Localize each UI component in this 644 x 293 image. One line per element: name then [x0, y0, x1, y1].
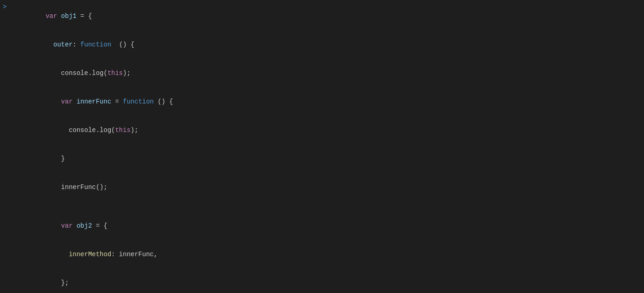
console-container: > var obj1 = { outer: function () { cons…	[0, 0, 644, 293]
params: () {	[111, 41, 134, 48]
punct: );	[123, 69, 131, 77]
keyword-this: this	[115, 126, 131, 134]
keyword-var: var	[61, 98, 77, 105]
code-line-6: }	[0, 144, 644, 173]
code-line-2: outer: function () {	[0, 30, 644, 59]
prop-outer: outer	[53, 41, 73, 48]
code-line-3: console.log(this);	[0, 59, 644, 87]
var-innerfunc: innerFunc	[76, 98, 111, 105]
keyword-var: var	[61, 222, 77, 230]
keyword-function: function	[123, 98, 154, 105]
punct: );	[131, 126, 138, 134]
indent	[46, 251, 68, 258]
keyword-this: this	[108, 69, 123, 77]
indent	[46, 222, 61, 230]
line-content: console.log(this);	[13, 59, 644, 87]
brace-semi: };	[46, 279, 68, 287]
indent: console.log(	[46, 126, 115, 134]
line-content: innerFunc();	[13, 173, 644, 201]
line-content: console.log(this);	[13, 116, 644, 144]
line-content: };	[13, 269, 644, 293]
keyword-var: var	[46, 12, 61, 20]
params: () {	[154, 98, 173, 105]
brace: }	[46, 155, 65, 162]
keyword-function: function	[80, 41, 111, 48]
line-content	[13, 202, 644, 211]
line-content: var obj2 = {	[13, 212, 644, 240]
assign: =	[111, 98, 123, 105]
prop-innermethod: innerMethod	[69, 251, 111, 258]
assign: = {	[92, 222, 108, 230]
indent: console.log(	[46, 69, 107, 77]
punct: = {	[76, 12, 92, 20]
code-line-4: var innerFunc = function () {	[0, 87, 644, 116]
code-line-11: };	[0, 269, 644, 293]
line-content: var innerFunc = function () {	[13, 88, 644, 115]
indent	[46, 98, 61, 105]
line-content: }	[13, 145, 644, 172]
code-line-8	[0, 201, 644, 212]
innerfunc-call: innerFunc();	[46, 184, 107, 191]
var-obj2: obj2	[76, 222, 92, 230]
colon: :	[73, 41, 80, 48]
line-content: outer: function () {	[13, 31, 644, 58]
code-block: > var obj1 = { outer: function () { cons…	[0, 0, 644, 293]
colon: : innerFunc,	[111, 251, 158, 258]
code-line-1: > var obj1 = {	[0, 2, 644, 30]
line-content: innerMethod: innerFunc,	[13, 241, 644, 268]
code-line-7: innerFunc();	[0, 173, 644, 201]
code-line-9: var obj2 = {	[0, 212, 644, 240]
input-arrow: >	[0, 2, 13, 11]
line-content: var obj1 = {	[13, 2, 644, 30]
code-line-5: console.log(this);	[0, 116, 644, 144]
indent	[46, 41, 53, 48]
code-line-10: innerMethod: innerFunc,	[0, 240, 644, 269]
var-obj1: obj1	[61, 12, 77, 20]
